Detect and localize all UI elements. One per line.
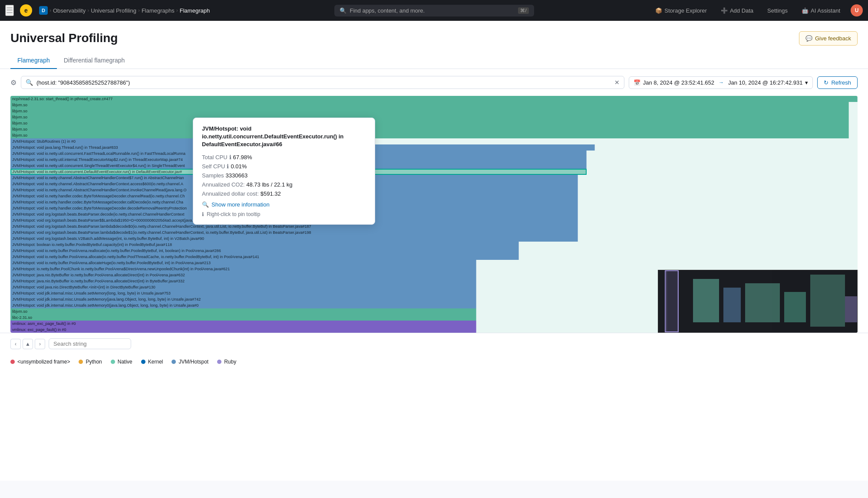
flamegraph-row-11[interactable]: JVM/Hotspot: void io.netty.util.concurre… <box>10 163 858 169</box>
filter-input[interactable] <box>36 79 611 86</box>
flamegraph-block-26[interactable]: JVM/Hotspot: void io.netty.buffer.PoolAr… <box>10 254 519 260</box>
flamegraph-block-5[interactable]: libjvm.so <box>10 126 849 132</box>
breadcrumb-item-observability[interactable]: Observability <box>53 7 86 14</box>
add-data-button[interactable]: ➕ Add Data <box>717 6 757 16</box>
date-picker[interactable]: 📅 Jan 8, 2024 @ 23:52:41.652 → Jan 10, 2… <box>629 76 813 89</box>
flamegraph-row-10[interactable]: JVM/Hotspot: void io.netty.util.internal… <box>10 157 858 163</box>
flamegraph-row-19[interactable]: JVM/Hotspot: void org.logstash.beats.Bea… <box>10 211 858 217</box>
tooltip-dollar-value: $591.32 <box>261 190 281 197</box>
flamegraph-block-28[interactable]: JVM/Hotspot: io.netty.buffer.PoolChunk i… <box>10 266 476 272</box>
breadcrumb-label-flamegraph: Flamegraph <box>180 7 210 14</box>
ai-assistant-icon: 🤖 <box>802 7 809 14</box>
filter-icon[interactable]: ⚙ <box>10 79 17 87</box>
svg-rect-5 <box>810 275 845 327</box>
global-search-bar[interactable]: 🔍 Find apps, content, and more. ⌘/ <box>334 5 534 16</box>
flamegraph-block-31[interactable]: JVM/Hotspot: void java.nio.DirectByteBuf… <box>10 284 476 290</box>
flamegraph-row-17[interactable]: JVM/Hotspot: void io.netty.handler.codec… <box>10 199 858 205</box>
flamegraph-row-3[interactable]: libjvm.so <box>10 114 858 120</box>
hamburger-button[interactable]: ☰ <box>5 5 14 16</box>
flamegraph-block-23[interactable]: JVM/Hotspot: void org.logstash.beats.V2B… <box>10 236 578 242</box>
search-icon: 🔍 <box>340 7 347 14</box>
flamegraph-block-38[interactable]: vmlinux: exc_page_fault() in #0 <box>10 327 476 333</box>
flamegraph-row-15[interactable]: JVM/Hotspot: void io.netty.channel.Abstr… <box>10 187 858 193</box>
flamegraph-row-1[interactable]: libjvm.so <box>10 102 858 108</box>
flamegraph-row-24[interactable]: JVM/Hotspot: boolean io.netty.buffer.Poo… <box>10 242 858 248</box>
flamegraph-block-29[interactable]: JVM/Hotspot: java.nio.ByteBuffer io.nett… <box>10 272 476 278</box>
tooltip-self-cpu-label: Self CPU <box>202 163 225 170</box>
search-string-input[interactable] <box>49 338 131 349</box>
prev-button[interactable]: ‹ <box>10 339 21 349</box>
flamegraph-block-0[interactable]: ncp/nread-2.31.so: start_thread() in pth… <box>10 96 858 102</box>
tab-differential-flamegraph[interactable]: Differential flamegraph <box>57 52 132 69</box>
add-data-icon: ➕ <box>721 7 728 14</box>
breadcrumb-item-universal-profiling[interactable]: Universal Profiling <box>91 7 136 14</box>
flamegraph-row-16[interactable]: JVM/Hotspot: void io.netty.handler.codec… <box>10 193 858 199</box>
flamegraph-row-12[interactable]: JVM/Hotspot: void io.netty.util.concurre… <box>10 169 858 175</box>
flamegraph-row-0[interactable]: ncp/nread-2.31.so: start_thread() in pth… <box>10 96 858 102</box>
tooltip-self-cpu-value: 0.01% <box>231 163 247 170</box>
flamegraph-row-2[interactable]: libjvm.so <box>10 108 858 114</box>
flamegraph-row-20[interactable]: JVM/Hotspot: void org.logstash.beats.Bea… <box>10 217 858 223</box>
flamegraph-block-27[interactable]: JVM/Hotspot: void io.netty.buffer.PoolAr… <box>10 260 476 266</box>
flamegraph-row-25[interactable]: JVM/Hotspot: void io.netty.buffer.PoolAr… <box>10 248 858 254</box>
avatar[interactable]: U <box>851 4 863 16</box>
flamegraph-row-9[interactable]: JVM/Hotspot: void io.netty.util.concurre… <box>10 151 858 157</box>
flamegraph-row-4[interactable]: libjvm.so <box>10 120 858 126</box>
tab-flamegraph[interactable]: Flamegraph <box>10 52 57 69</box>
flamegraph-row-26[interactable]: JVM/Hotspot: void io.netty.buffer.PoolAr… <box>10 254 858 260</box>
flamegraph-row-6[interactable]: libjvm.so <box>10 132 858 138</box>
settings-button[interactable]: Settings <box>764 6 791 16</box>
flamegraph-block-1[interactable]: libjvm.so <box>10 102 849 108</box>
breadcrumb-sep-3: › <box>138 7 140 13</box>
flamegraph-block-4[interactable]: libjvm.so <box>10 120 849 126</box>
svg-rect-3 <box>745 283 780 322</box>
svg-rect-4 <box>784 292 806 322</box>
legend-label-ruby: Ruby <box>224 359 236 365</box>
flamegraph-row-18[interactable]: JVM/Hotspot: void io.netty.handler.codec… <box>10 205 858 211</box>
flamegraph-row-23[interactable]: JVM/Hotspot: void org.logstash.beats.V2B… <box>10 236 858 242</box>
flamegraph-row-8[interactable]: JVM/Hotspot: void java.lang.Thread.run()… <box>10 144 858 151</box>
flamegraph-row-14[interactable]: JVM/Hotspot: void io.netty.channel.Abstr… <box>10 181 858 187</box>
flamegraph-block-6[interactable]: libjvm.so <box>10 132 849 138</box>
filter-bar: ⚙ 🔍 ✕ 📅 Jan 8, 2024 @ 23:52:41.652 → Jan… <box>0 69 868 96</box>
legend-item-python: Python <box>79 359 102 365</box>
flamegraph-block-33[interactable]: JVM/Hotspot: void jdk.internal.misc.Unsa… <box>10 296 476 302</box>
breadcrumb-item-d[interactable]: D <box>39 6 48 15</box>
flamegraph-row-7[interactable]: JVM/Hotspot: StubRoutines (1) in #0 <box>10 138 858 144</box>
breadcrumb-label-flamegraphs: Flamegraphs <box>142 7 175 14</box>
breadcrumb-item-flamegraph[interactable]: Flamegraph <box>180 7 210 14</box>
flamegraph-block-22[interactable]: JVM/Hotspot: void org.logstash.beats.Bea… <box>10 229 578 236</box>
storage-explorer-button[interactable]: 📦 Storage Explorer <box>652 6 710 16</box>
flamegraph-row-13[interactable]: JVM/Hotspot: void io.netty.channel.Abstr… <box>10 175 858 181</box>
flamegraph-block-24[interactable]: JVM/Hotspot: boolean io.netty.buffer.Poo… <box>10 242 519 248</box>
flamegraph-block-36[interactable]: libc-2.31.so <box>10 315 476 321</box>
flamegraph-block-25[interactable]: JVM/Hotspot: void io.netty.buffer.PoolAr… <box>10 248 519 254</box>
legend-item-kernel: Kernel <box>141 359 163 365</box>
breadcrumb-d-icon: D <box>39 6 48 15</box>
flamegraph-row-22[interactable]: JVM/Hotspot: void org.logstash.beats.Bea… <box>10 229 858 236</box>
minimap[interactable] <box>658 270 858 333</box>
flamegraph-row-5[interactable]: libjvm.so <box>10 126 858 132</box>
flamegraph-block-2[interactable]: libjvm.so <box>10 108 849 114</box>
tooltip-dollar-row: Annualized dollar cost: $591.32 <box>202 190 366 197</box>
ai-assistant-button[interactable]: 🤖 AI Assistant <box>798 6 844 16</box>
refresh-button[interactable]: ↻ Refresh <box>817 76 858 89</box>
give-feedback-button[interactable]: 💬 Give feedback <box>799 31 858 46</box>
tooltip-total-cpu-label: Total CPU <box>202 154 228 161</box>
flamegraph-row-27[interactable]: JVM/Hotspot: void io.netty.buffer.PoolAr… <box>10 260 858 266</box>
flamegraph-row-21[interactable]: JVM/Hotspot: void org.logstash.beats.Bea… <box>10 223 858 229</box>
up-button[interactable]: ▲ <box>23 339 33 349</box>
flamegraph-block-30[interactable]: JVM/Hotspot: java.nio.ByteBuffer io.nett… <box>10 278 476 284</box>
flamegraph-block-32[interactable]: JVM/Hotspot: void jdk.internal.misc.Unsa… <box>10 290 476 296</box>
flamegraph-block-3[interactable]: libjvm.so <box>10 114 849 120</box>
legend-dot-python <box>79 360 83 364</box>
breadcrumb-sep-4: › <box>176 7 178 13</box>
next-button[interactable]: › <box>35 339 45 349</box>
flamegraph-block-34[interactable]: JVM/Hotspot: void jdk.internal.misc.Unsa… <box>10 302 476 308</box>
flamegraph-block-35[interactable]: libjvm.so <box>10 308 476 315</box>
clear-filter-button[interactable]: ✕ <box>614 79 620 86</box>
flamegraph-block-37[interactable]: vmlinux: asm_exc_page_fault() in #0 <box>10 321 476 327</box>
elastic-logo[interactable]: e <box>20 4 32 16</box>
breadcrumb-item-flamegraphs[interactable]: Flamegraphs <box>142 7 175 14</box>
tooltip-show-more-link[interactable]: 🔍 Show more information <box>202 201 366 208</box>
